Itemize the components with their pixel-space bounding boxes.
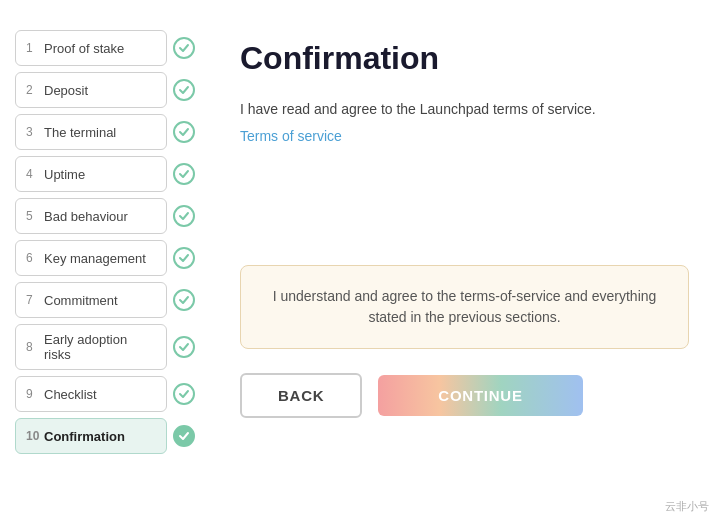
step-label: Commitment [44,293,118,308]
step-box: 4Uptime [15,156,167,192]
continue-button[interactable]: CONTINUE [378,375,582,416]
step-item[interactable]: 7Commitment [15,282,195,318]
step-check-icon [173,336,195,358]
step-item[interactable]: 8Early adoption risks [15,324,195,370]
back-button[interactable]: BACK [240,373,362,418]
step-check-icon [173,205,195,227]
step-item[interactable]: 5Bad behaviour [15,198,195,234]
step-number: 6 [26,251,44,265]
step-number: 7 [26,293,44,307]
description-text: I have read and agree to the Launchpad t… [240,101,689,117]
step-check-icon [173,121,195,143]
step-number: 8 [26,340,44,354]
page-title: Confirmation [240,40,689,77]
step-number: 1 [26,41,44,55]
step-item[interactable]: 4Uptime [15,156,195,192]
sidebar: 1Proof of stake 2Deposit 3The terminal 4… [0,20,210,502]
step-box: 9Checklist [15,376,167,412]
step-label: Key management [44,251,146,266]
step-label: Uptime [44,167,85,182]
step-number: 9 [26,387,44,401]
step-check-icon [173,79,195,101]
step-check-icon [173,163,195,185]
agreement-text: I understand and agree to the terms-of-s… [273,288,657,325]
button-row: BACK CONTINUE [240,373,689,418]
step-check-icon [173,425,195,447]
step-number: 3 [26,125,44,139]
step-item[interactable]: 6Key management [15,240,195,276]
step-number: 5 [26,209,44,223]
step-box: 2Deposit [15,72,167,108]
step-box: 6Key management [15,240,167,276]
step-label: Early adoption risks [44,332,156,362]
step-item[interactable]: 1Proof of stake [15,30,195,66]
terms-link[interactable]: Terms of service [240,128,342,144]
step-box: 10Confirmation [15,418,167,454]
step-box: 1Proof of stake [15,30,167,66]
step-number: 4 [26,167,44,181]
step-item[interactable]: 3The terminal [15,114,195,150]
page-container: 1Proof of stake 2Deposit 3The terminal 4… [0,0,719,522]
step-label: Checklist [44,387,97,402]
step-number: 10 [26,429,44,443]
step-label: Confirmation [44,429,125,444]
step-box: 7Commitment [15,282,167,318]
agreement-box: I understand and agree to the terms-of-s… [240,265,689,349]
step-label: Bad behaviour [44,209,128,224]
step-check-icon [173,37,195,59]
step-item[interactable]: 10Confirmation [15,418,195,454]
step-label: Proof of stake [44,41,124,56]
main-content: Confirmation I have read and agree to th… [210,20,719,502]
step-label: The terminal [44,125,116,140]
step-box: 3The terminal [15,114,167,150]
step-item[interactable]: 9Checklist [15,376,195,412]
step-check-icon [173,383,195,405]
step-box: 8Early adoption risks [15,324,167,370]
watermark: 云非小号 [665,499,709,514]
step-check-icon [173,247,195,269]
step-check-icon [173,289,195,311]
step-box: 5Bad behaviour [15,198,167,234]
step-number: 2 [26,83,44,97]
step-label: Deposit [44,83,88,98]
step-item[interactable]: 2Deposit [15,72,195,108]
